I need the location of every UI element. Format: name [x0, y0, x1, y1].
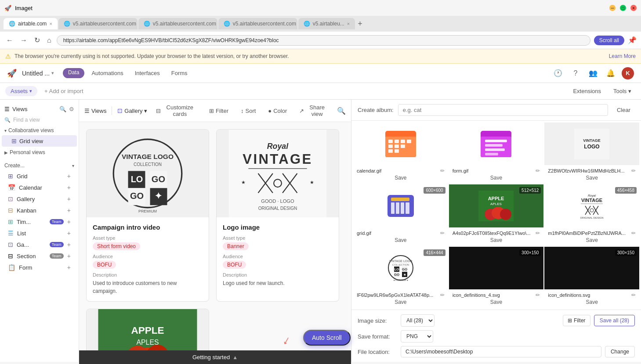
album-item-save-5[interactable]: Save: [453, 236, 540, 244]
pin-btn[interactable]: 📌: [628, 36, 637, 44]
create-form-add-icon[interactable]: +: [67, 264, 71, 271]
customize-cards-btn[interactable]: ⊟ Customize cards: [152, 102, 200, 119]
browser-tab-1[interactable]: 🌐 airtable.com ×: [4, 18, 58, 29]
album-item-save-1[interactable]: Save: [357, 174, 445, 182]
create-timeline-add-icon[interactable]: +: [67, 218, 71, 225]
tab-data[interactable]: Data: [63, 68, 84, 78]
filter-btn[interactable]: ⊞ Filter: [206, 106, 232, 116]
browser-tab-3[interactable]: 🌐 v5.airtableusercontent.com ×: [138, 18, 217, 29]
create-gallery-add-icon[interactable]: +: [67, 195, 71, 202]
tab-forms[interactable]: Forms: [167, 68, 192, 78]
save-format-select[interactable]: PNG JPEG WEBP: [401, 330, 433, 342]
sort-btn[interactable]: ↕ Sort: [237, 106, 259, 116]
color-btn[interactable]: ● Color: [264, 106, 290, 116]
create-ga-add-icon[interactable]: +: [67, 241, 71, 248]
browser-tab-4[interactable]: 🌐 v5.airtableusercontent.com ×: [218, 18, 297, 29]
getting-started-chevron-icon[interactable]: ▲: [232, 354, 238, 360]
tools-button[interactable]: Tools ▾: [609, 86, 636, 96]
file-location-input[interactable]: [401, 346, 601, 357]
tab-label-1: airtable.com: [18, 21, 47, 27]
search-gallery-btn[interactable]: 🔍: [337, 107, 346, 115]
tab-bar: 🌐 airtable.com × 🌐 v5.airtableuserconten…: [0, 16, 641, 32]
gallery-view-btn[interactable]: ⊡ Gallery ▾: [117, 107, 147, 114]
create-header[interactable]: Create... ▾: [4, 161, 74, 170]
create-kanban-item[interactable]: ⊟ Kanban +: [4, 205, 74, 216]
forward-btn[interactable]: →: [18, 35, 29, 46]
create-section-icon: ⊟: [8, 252, 13, 259]
new-tab-btn[interactable]: +: [356, 18, 364, 30]
back-btn[interactable]: ←: [4, 35, 15, 46]
album-item-save-2[interactable]: Save: [453, 174, 540, 182]
tab-automations[interactable]: Automations: [87, 68, 127, 78]
user-avatar[interactable]: K: [622, 67, 634, 79]
settings-icon[interactable]: ⚙: [69, 106, 74, 112]
album-item-edit-4[interactable]: ✏: [440, 230, 445, 236]
create-calendar-item[interactable]: 📅 Calendar +: [4, 182, 74, 193]
album-item-edit-3[interactable]: ✏: [631, 168, 636, 174]
maximize-btn[interactable]: □: [620, 5, 626, 11]
image-size-select[interactable]: All (28): [401, 314, 435, 327]
create-section-add-icon[interactable]: +: [67, 252, 71, 259]
personal-views-section[interactable]: ▶ Personal views: [0, 147, 79, 158]
album-item-edit-2[interactable]: ✏: [536, 168, 540, 174]
learn-more-link[interactable]: Learn More: [609, 53, 636, 59]
album-item-edit-7[interactable]: ✏: [440, 292, 445, 298]
browser-tab-5[interactable]: 🌐 v5.airtableu... ×: [298, 18, 355, 29]
album-filter-btn[interactable]: ⊞ Filter: [563, 315, 590, 326]
scroll-all-btn[interactable]: Scroll all: [594, 36, 624, 45]
create-calendar-add-icon[interactable]: +: [67, 184, 71, 191]
tab-close-5[interactable]: ×: [347, 21, 350, 26]
create-gallery-item[interactable]: ⊡ Gallery +: [4, 193, 74, 205]
tab-favicon-3: 🌐: [144, 21, 150, 27]
create-grid-item[interactable]: ⊞ Grid +: [4, 170, 74, 182]
create-list-item[interactable]: ☰ List +: [4, 227, 74, 239]
reload-btn[interactable]: ↻: [33, 34, 42, 46]
album-item-save-7[interactable]: Save: [357, 298, 445, 306]
home-btn[interactable]: ⌂: [45, 35, 53, 46]
extensions-button[interactable]: Extensions: [569, 86, 605, 96]
add-import-button[interactable]: + Add or import: [41, 86, 87, 96]
album-item-save-3[interactable]: Save: [548, 174, 636, 182]
album-item-edit-8[interactable]: ✏: [536, 292, 540, 298]
auto-scroll-btn[interactable]: Auto Scroll: [303, 330, 351, 346]
address-bar[interactable]: https://airtable.com/appEt6e6vNgES9HVB/t…: [57, 35, 590, 46]
album-item-save-9[interactable]: Save: [548, 298, 636, 306]
notifications-btn[interactable]: 🔔: [604, 67, 617, 80]
album-item-edit-1[interactable]: ✏: [440, 168, 445, 174]
album-item-save-4[interactable]: Save: [357, 236, 445, 244]
share-view-btn[interactable]: ↗ Share view: [296, 102, 332, 119]
tab-close-1[interactable]: ×: [49, 21, 52, 26]
assets-button[interactable]: Assets ▾: [5, 86, 37, 96]
album-item-edit-6[interactable]: ✏: [631, 230, 636, 236]
collaborative-views-section[interactable]: ▾ Collaborative views: [0, 126, 79, 135]
save-all-btn[interactable]: Save all (28): [594, 315, 635, 326]
album-item-edit-5[interactable]: ✏: [536, 230, 540, 236]
create-grid-add-icon[interactable]: +: [67, 173, 71, 180]
create-section-item[interactable]: ⊟ Section Team +: [4, 250, 74, 262]
views-toggle-btn[interactable]: ☰ Views: [84, 108, 106, 114]
close-btn[interactable]: ×: [630, 5, 637, 11]
help-btn[interactable]: ?: [569, 67, 582, 80]
create-timeline-item[interactable]: ⊞ Tim... Team +: [4, 216, 74, 227]
create-kanban-add-icon[interactable]: +: [67, 207, 71, 214]
browser-tab-2[interactable]: 🌐 v5.airtableusercontent.com ×: [58, 18, 138, 29]
create-form-item[interactable]: 📋 Form +: [4, 262, 74, 273]
album-clear-btn[interactable]: Clear: [612, 105, 635, 115]
album-item-edit-9[interactable]: ✏: [631, 292, 636, 298]
find-view-input[interactable]: [13, 117, 79, 123]
history-btn[interactable]: 🕐: [551, 67, 565, 80]
search-views-icon[interactable]: 🔍: [59, 106, 66, 112]
asset-type-badge-2: Banner: [223, 242, 249, 250]
minimize-btn[interactable]: ─: [609, 5, 616, 11]
share-btn[interactable]: 👥: [587, 67, 600, 80]
grid-view-item[interactable]: ⊞ Grid view: [2, 135, 77, 147]
album-item-name-7: IF6l2pw9LR6w5pGvX1leATAT48p...: [357, 292, 433, 298]
create-list-add-icon[interactable]: +: [67, 230, 71, 237]
change-location-btn[interactable]: Change: [605, 346, 635, 357]
album-name-input[interactable]: [398, 104, 608, 116]
album-item-save-8[interactable]: Save: [453, 298, 540, 306]
create-ga-item[interactable]: ⊡ Ga... Team +: [4, 239, 74, 250]
app-name-chevron-icon[interactable]: ▾: [51, 70, 54, 76]
tab-interfaces[interactable]: Interfaces: [130, 68, 164, 78]
album-item-save-6[interactable]: Save: [548, 236, 636, 244]
